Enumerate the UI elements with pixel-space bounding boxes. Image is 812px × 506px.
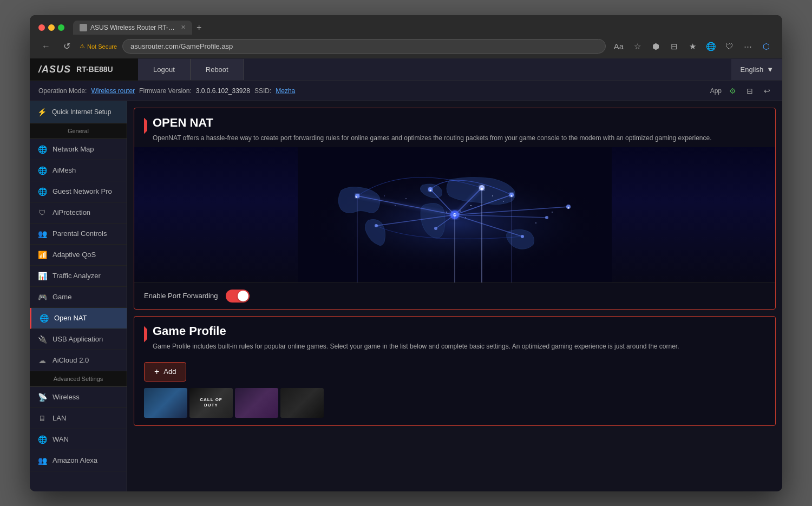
url-text: asusrouter.com/GameProfile.asp [130,42,233,50]
open-nat-card: OPEN NAT OpenNAT offers a hassle-free wa… [134,108,776,310]
browser-tab[interactable]: ASUS Wireless Router RT-BE8... ✕ [73,21,192,35]
titlebar: ASUS Wireless Router RT-BE8... ✕ + [30,15,782,35]
sidebar-item-network-map[interactable]: 🌐 Network Map [30,139,127,160]
svg-point-20 [545,216,548,219]
sidebar-item-adaptive-qos[interactable]: 📶 Adaptive QoS [30,245,127,266]
refresh-button[interactable]: ↺ [59,39,74,54]
sidebar-item-aiprotection[interactable]: 🛡 AiProtection [30,202,127,224]
advanced-settings-section-header: Advanced Settings [30,371,127,387]
quick-setup-button[interactable]: ⚡ Quick Internet Setup [30,101,127,123]
sidebar-item-usb-application[interactable]: 🔌 USB Application [30,329,127,350]
aicloud-icon: ☁ [37,356,47,365]
reader-view-icon[interactable]: Aa [611,39,626,54]
port-forwarding-label: Enable Port Forwarding [144,292,218,300]
add-button-label: Add [163,367,176,376]
svg-point-29 [511,195,513,196]
aimesh-icon: 🌐 [37,166,47,175]
sidebar-item-open-nat[interactable]: 🌐 Open NAT [30,308,127,329]
lan-icon: 🖥 [37,413,47,423]
model-name: RT-BE88U [76,65,113,74]
refresh-router-icon[interactable]: ↩ [761,84,774,97]
language-selector[interactable]: English ▼ [731,59,782,80]
open-nat-title: OPEN NAT [153,116,765,130]
content-area: OPEN NAT OpenNAT offers a hassle-free wa… [127,101,782,491]
favorites-icon[interactable]: ★ [685,39,700,54]
asus-logo: /ASUS [38,64,71,75]
amazon-alexa-icon: 👥 [37,456,47,465]
game-thumb-2[interactable]: CALL OFDUTY [189,388,233,418]
new-tab-button[interactable]: + [192,21,206,35]
sidebar-item-aimesh[interactable]: 🌐 AiMesh [30,160,127,181]
enable-port-forwarding-row: Enable Port Forwarding [134,282,775,309]
shield-icon[interactable]: 🛡 [722,39,737,54]
web-icon[interactable]: 🌐 [703,39,718,54]
address-bar[interactable]: asusrouter.com/GameProfile.asp [122,39,606,54]
svg-point-19 [521,235,524,238]
sidebar-item-traffic-analyzer[interactable]: 📊 Traffic Analyzer [30,266,127,287]
app-label: App [710,87,722,95]
tab-close-button[interactable]: ✕ [181,24,186,31]
traffic-analyzer-icon: 📊 [37,271,47,281]
aiprotection-icon: 🛡 [37,208,47,218]
game-profile-accent-bar [144,326,147,343]
game-profile-title-area: Game Profile Game Profile includes built… [153,324,765,351]
router-logo-section: /ASUS RT-BE88U [30,58,138,81]
sidebar-item-label: AiMesh [53,166,76,174]
settings-icon[interactable]: ⚙ [726,84,739,97]
copilot-icon[interactable]: ⬡ [758,39,774,54]
sidebar-item-amazon-alexa[interactable]: 👥 Amazon Alexa [30,450,127,471]
sidebar-item-wan[interactable]: 🌐 WAN [30,429,127,450]
router-header: /ASUS RT-BE88U Logout Reboot English ▼ [30,58,782,81]
logout-button[interactable]: Logout [138,59,191,80]
guest-network-icon: 🌐 [37,187,47,196]
back-button[interactable]: ← [38,39,54,54]
fullscreen-traffic-light[interactable] [58,24,64,31]
menu-icon[interactable]: ⋯ [740,39,755,54]
security-label: Not Secure [87,43,117,50]
general-section-header: General [30,123,127,139]
security-indicator: ⚠ Not Secure [80,43,117,50]
port-forwarding-toggle[interactable] [226,290,250,303]
close-traffic-light[interactable] [38,24,45,31]
svg-point-36 [503,201,504,202]
browser-toolbar: ← ↺ ⚠ Not Secure asusrouter.com/GameProf… [30,35,782,58]
sidebar-item-label: Adaptive QoS [53,251,96,259]
sidebar-item-label: Open NAT [54,314,87,322]
ssid-value[interactable]: Mezha [276,87,295,95]
svg-point-14 [375,224,378,227]
game-thumb-3[interactable] [235,388,278,418]
minimize-traffic-light[interactable] [48,24,55,31]
bookmark-icon[interactable]: ☆ [630,39,645,54]
network-svg [134,147,775,282]
game-thumb-1[interactable] [144,388,187,418]
traffic-lights [38,24,64,31]
sidebar-item-label: Wireless [53,393,80,401]
sidebar-item-label: AiCloud 2.0 [53,356,89,364]
sidebar-item-label: AiProtection [53,208,90,216]
sidebar-item-guest-network[interactable]: 🌐 Guest Network Pro [30,181,127,202]
router-container: /ASUS RT-BE88U Logout Reboot English ▼ O… [30,58,782,491]
ssid-label: SSID: [254,87,271,95]
tab-title: ASUS Wireless Router RT-BE8... [90,24,178,31]
sidebar-item-wireless[interactable]: 📡 Wireless [30,387,127,408]
copy-icon[interactable]: ⊟ [743,84,756,97]
tab-favicon [80,24,87,31]
add-game-button[interactable]: + Add [144,362,186,382]
firmware-label: Firmware Version: [139,87,192,95]
game-profile-header: Game Profile Game Profile includes built… [134,317,775,356]
reboot-button[interactable]: Reboot [191,59,244,80]
split-view-icon[interactable]: ⊟ [666,39,682,54]
sidebar-item-game[interactable]: 🎮 Game [30,287,127,308]
sidebar-item-aicloud[interactable]: ☁ AiCloud 2.0 [30,350,127,371]
game-thumb-4[interactable] [280,388,324,418]
browser-chrome: ASUS Wireless Router RT-BE8... ✕ + ← ↺ ⚠… [30,15,782,58]
svg-point-35 [492,195,493,196]
main-layout: ⚡ Quick Internet Setup General 🌐 Network… [30,101,782,491]
extensions-icon[interactable]: ⬢ [648,39,663,54]
sidebar-item-lan[interactable]: 🖥 LAN [30,408,127,429]
operation-mode-value[interactable]: Wireless router [91,87,135,95]
tab-bar: ASUS Wireless Router RT-BE8... ✕ + [73,21,774,35]
sidebar-item-parental-controls[interactable]: 👥 Parental Controls [30,224,127,245]
sidebar-item-label: USB Application [53,335,103,343]
open-nat-title-area: OPEN NAT OpenNAT offers a hassle-free wa… [153,116,765,143]
